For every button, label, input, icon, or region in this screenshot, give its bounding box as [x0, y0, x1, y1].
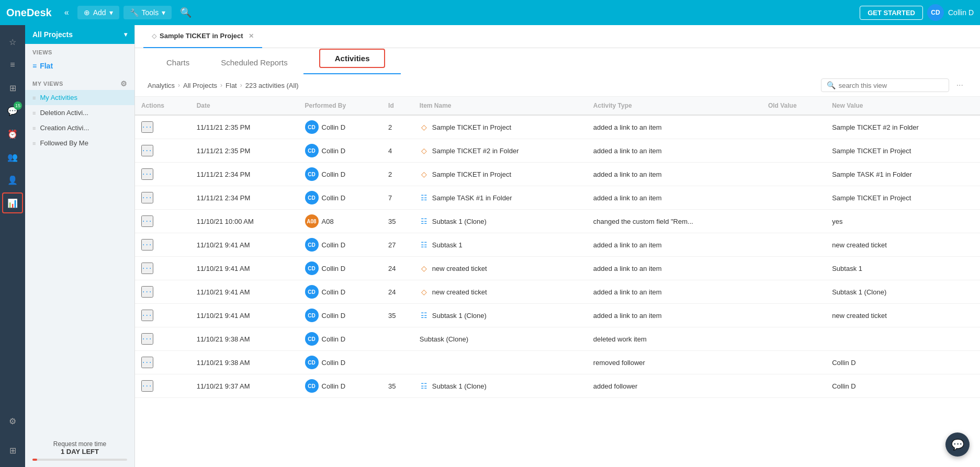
add-button[interactable]: ⊕ Add ▾	[77, 6, 119, 19]
table-row: ···11/10/21 10:00 AMA08A0835☷Subtask 1 (…	[135, 210, 980, 233]
row-actions[interactable]: ···	[135, 351, 190, 374]
row-dots-button[interactable]: ···	[141, 168, 153, 180]
sidebar-item-settings[interactable]: ⚙	[2, 411, 23, 431]
drag-handle-icon: ≡	[32, 110, 36, 116]
ticket-icon: ◇	[420, 122, 429, 132]
row-dots-button[interactable]: ···	[141, 215, 153, 227]
flat-view-item[interactable]: ≡ Flat	[25, 58, 134, 74]
col-activity-type[interactable]: Activity Type	[587, 97, 762, 115]
all-projects-header[interactable]: All Projects ▾	[25, 25, 134, 44]
username-button[interactable]: Collin D	[948, 8, 974, 17]
row-actions[interactable]: ···	[135, 257, 190, 280]
sidebar-item-list[interactable]: ≡	[2, 54, 23, 75]
row-actions[interactable]: ···	[135, 280, 190, 304]
sidebar-item-deletion-activi[interactable]: ≡ Deletion Activi...	[25, 105, 134, 120]
col-item-name[interactable]: Item Name	[413, 97, 587, 115]
sidebar-item-team[interactable]: 👥	[2, 146, 23, 167]
close-tab-icon[interactable]: ✕	[249, 32, 254, 40]
tools-button[interactable]: 🔧 Tools ▾	[123, 6, 172, 19]
sidebar-item-analytics[interactable]: 📊	[2, 192, 23, 213]
global-search-button[interactable]: 🔍	[176, 5, 196, 20]
row-actions[interactable]: ···	[135, 163, 190, 186]
activities-table: Actions Date Performed By Id Item Name A…	[135, 97, 980, 398]
row-dots-button[interactable]: ···	[141, 145, 153, 156]
sidebar-item-followed-by-me[interactable]: ≡ Followed By Me	[25, 135, 134, 151]
row-dots-button[interactable]: ···	[141, 380, 153, 392]
row-actions[interactable]: ···	[135, 233, 190, 257]
row-actions[interactable]: ···	[135, 374, 190, 398]
performer-avatar: CD	[305, 191, 319, 204]
sidebar-item-star[interactable]: ☆	[2, 31, 23, 52]
row-dots-button[interactable]: ···	[141, 310, 153, 321]
row-performed-by: CDCollin D	[299, 304, 382, 327]
tab-sample-ticket[interactable]: ◇ Sample TICKET in Project ✕	[143, 25, 262, 48]
sidebar-item-customers[interactable]: 👤	[2, 169, 23, 190]
tab-charts[interactable]: Charts	[151, 52, 205, 74]
col-date[interactable]: Date	[190, 97, 299, 115]
row-actions[interactable]: ···	[135, 304, 190, 327]
col-performed-by[interactable]: Performed By	[299, 97, 382, 115]
chat-button[interactable]: 💬	[945, 432, 970, 457]
search-input[interactable]	[839, 82, 943, 89]
more-options-button[interactable]: ···	[952, 78, 967, 92]
my-views-gear-icon[interactable]: ⚙	[120, 79, 128, 88]
breadcrumb-sep-1: ›	[178, 82, 180, 89]
row-performed-by: CDCollin D	[299, 139, 382, 163]
breadcrumb-flat[interactable]: Flat	[226, 82, 237, 89]
row-dots-button[interactable]: ···	[141, 121, 153, 133]
sidebar-item-apps[interactable]: ⊞	[2, 440, 23, 461]
performer-name: Collin D	[322, 382, 346, 390]
sidebar-item-cards[interactable]: ⊞	[2, 77, 23, 98]
row-actions[interactable]: ···	[135, 139, 190, 163]
performer-avatar: CD	[305, 261, 319, 275]
collapse-sidebar-button[interactable]: «	[60, 6, 73, 19]
row-activity-type: added a link to an item	[587, 280, 762, 304]
sidebar-item-creation-activi[interactable]: ≡ Creation Activi...	[25, 120, 134, 135]
table-row: ···11/11/21 2:35 PMCDCollin D2◇Sample TI…	[135, 115, 980, 139]
performer-name: Collin D	[322, 359, 346, 367]
row-actions[interactable]: ···	[135, 210, 190, 233]
row-dots-button[interactable]: ···	[141, 286, 153, 298]
main-layout: ☆ ≡ ⊞ 💬 15 ⏰ 👥 👤 📊 ⚙ ⊞ All Projects ▾ VI…	[0, 25, 980, 467]
row-new-value: Sample TICKET in Project	[826, 186, 980, 210]
row-date: 11/10/21 9:37 AM	[190, 374, 299, 398]
row-performed-by: CDCollin D	[299, 280, 382, 304]
activities-table-wrapper: Actions Date Performed By Id Item Name A…	[135, 97, 980, 467]
logo-text: OneDesk	[6, 7, 52, 19]
row-dots-button[interactable]: ···	[141, 333, 153, 345]
row-dots-button[interactable]: ···	[141, 263, 153, 274]
performer-avatar: CD	[305, 379, 319, 393]
col-actions[interactable]: Actions	[135, 97, 190, 115]
row-actions[interactable]: ···	[135, 327, 190, 351]
table-row: ···11/11/21 2:35 PMCDCollin D4◇Sample TI…	[135, 139, 980, 163]
row-dots-button[interactable]: ···	[141, 357, 153, 368]
row-dots-button[interactable]: ···	[141, 192, 153, 203]
row-old-value	[762, 257, 826, 280]
item-name-text: Sample TICKET in Project	[432, 170, 511, 178]
col-id[interactable]: Id	[382, 97, 413, 115]
request-time-label[interactable]: Request more time	[32, 440, 127, 448]
row-item-name: ☷Subtask 1 (Clone)	[413, 374, 587, 398]
row-actions[interactable]: ···	[135, 115, 190, 139]
get-started-button[interactable]: GET STARTED	[860, 6, 923, 20]
row-actions[interactable]: ···	[135, 186, 190, 210]
tab-scheduled-reports[interactable]: Scheduled Reports	[205, 52, 303, 74]
sidebar-item-my-activities[interactable]: ≡ My Activities	[25, 90, 134, 105]
drag-handle-icon: ≡	[32, 125, 36, 131]
breadcrumb-analytics[interactable]: Analytics	[148, 82, 175, 89]
item-name-text: Subtask 1 (Clone)	[432, 218, 487, 225]
performer-name: Collin D	[322, 288, 346, 296]
row-dots-button[interactable]: ···	[141, 239, 153, 250]
col-old-value[interactable]: Old Value	[762, 97, 826, 115]
row-date: 11/11/21 2:35 PM	[190, 139, 299, 163]
sub-tabs: Charts Scheduled Reports Activities	[135, 48, 980, 74]
user-avatar-button[interactable]: CD	[927, 4, 944, 21]
sidebar-item-timer[interactable]: ⏰	[2, 123, 23, 144]
ticket-icon: ◇	[420, 169, 429, 179]
sidebar-item-messages[interactable]: 💬 15	[2, 100, 23, 121]
col-new-value[interactable]: New Value	[826, 97, 980, 115]
breadcrumb-all-projects[interactable]: All Projects	[183, 82, 217, 89]
tab-activities[interactable]: Activities	[303, 42, 401, 74]
row-old-value	[762, 115, 826, 139]
search-icon: 🔍	[827, 81, 836, 89]
